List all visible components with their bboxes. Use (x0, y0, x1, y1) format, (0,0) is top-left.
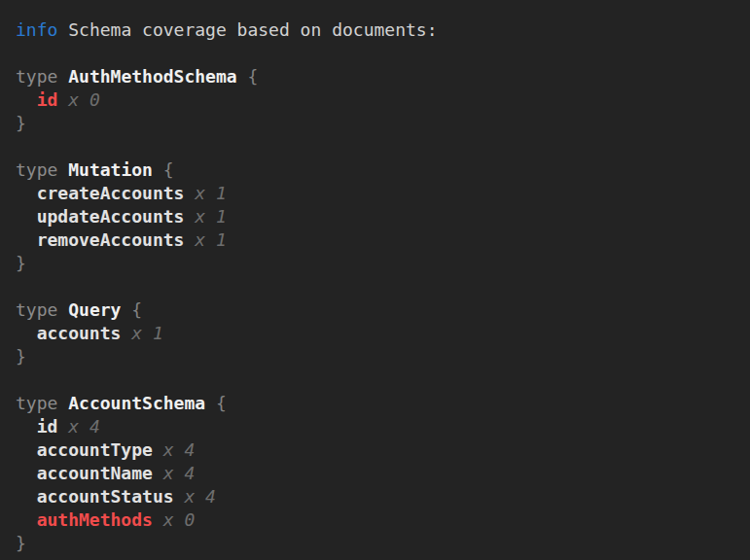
type-block-authmethodschema: type AuthMethodSchema { id x 0 } (16, 65, 740, 135)
times-symbol: x (163, 463, 174, 483)
field-coverage-line: accountType x 4 (16, 438, 740, 462)
info-message: Schema coverage based on documents: (68, 19, 437, 40)
field-count: 4 (184, 439, 195, 460)
field-count: 1 (216, 183, 227, 203)
field-name: authMethods (37, 509, 153, 530)
field-name: accountType (37, 439, 153, 460)
close-brace: } (16, 253, 26, 273)
field-coverage-line: authMethods x 0 (16, 508, 740, 532)
block-end: } (16, 532, 740, 555)
type-block-accountschema: type AccountSchema { id x 4 accountType … (16, 392, 740, 555)
field-coverage-line: id x 0 (16, 88, 740, 112)
field-name: id (37, 416, 58, 437)
field-coverage-line: createAccounts x 1 (16, 182, 740, 205)
field-name: updateAccounts (37, 206, 185, 227)
close-brace: } (16, 533, 26, 553)
type-declaration: type Mutation { (16, 158, 740, 182)
type-keyword: type (16, 393, 57, 413)
type-declaration: type AccountSchema { (16, 392, 740, 415)
field-name: accounts (37, 323, 122, 343)
terminal-output: info Schema coverage based on documents:… (0, 0, 750, 560)
times-symbol: x (195, 206, 205, 227)
times-symbol: x (163, 509, 174, 530)
open-brace: { (131, 299, 142, 320)
type-declaration: type Query { (16, 298, 740, 322)
times-symbol: x (68, 89, 79, 110)
field-coverage-line: id x 4 (16, 415, 740, 438)
field-count: 1 (153, 323, 163, 343)
field-count: 0 (184, 509, 195, 530)
times-symbol: x (195, 183, 205, 203)
times-symbol: x (184, 486, 195, 507)
field-coverage-line: removeAccounts x 1 (16, 228, 740, 252)
times-symbol: x (68, 416, 79, 437)
field-coverage-line: accounts x 1 (16, 322, 740, 345)
close-brace: } (16, 113, 26, 133)
field-count: 4 (89, 416, 100, 437)
field-coverage-line: updateAccounts x 1 (16, 205, 740, 228)
block-end: } (16, 345, 740, 368)
type-keyword: type (16, 159, 57, 180)
open-brace: { (247, 66, 258, 87)
field-coverage-line: accountStatus x 4 (16, 485, 740, 508)
type-name: Mutation (68, 159, 153, 180)
open-brace: { (216, 393, 227, 413)
close-brace: } (16, 346, 26, 367)
type-block-mutation: type Mutation { createAccounts x 1 updat… (16, 158, 740, 275)
field-count: 1 (216, 206, 227, 227)
field-count: 0 (89, 89, 100, 110)
open-brace: { (163, 159, 174, 180)
type-block-query: type Query { accounts x 1 } (16, 298, 740, 368)
type-name: AuthMethodSchema (68, 66, 236, 87)
block-end: } (16, 252, 740, 275)
type-declaration: type AuthMethodSchema { (16, 65, 740, 88)
times-symbol: x (195, 229, 205, 250)
field-count: 1 (216, 229, 227, 250)
type-keyword: type (16, 66, 57, 87)
field-count: 4 (184, 463, 195, 483)
type-name: Query (68, 299, 121, 320)
type-keyword: type (16, 299, 57, 320)
field-count: 4 (205, 486, 216, 507)
info-line: info Schema coverage based on documents: (16, 18, 740, 42)
field-name: accountStatus (37, 486, 174, 507)
info-label: info (16, 19, 57, 40)
field-name: removeAccounts (37, 229, 185, 250)
times-symbol: x (163, 439, 174, 460)
field-name: accountName (37, 463, 153, 483)
type-name: AccountSchema (68, 393, 205, 413)
field-name: createAccounts (37, 183, 185, 203)
times-symbol: x (131, 323, 142, 343)
field-name: id (37, 89, 58, 110)
block-end: } (16, 112, 740, 135)
field-coverage-line: accountName x 4 (16, 462, 740, 485)
